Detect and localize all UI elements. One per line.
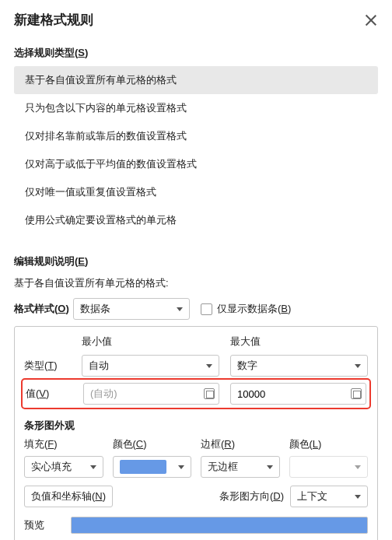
color2-select[interactable] bbox=[289, 456, 369, 478]
fill-label: 填充(F) bbox=[24, 437, 103, 451]
show-bar-only-checkbox[interactable] bbox=[201, 303, 212, 315]
show-bar-only-label[interactable]: 仅显示数据条(B) bbox=[217, 302, 291, 316]
border-label: 边框(R) bbox=[201, 437, 280, 451]
neg-axis-button[interactable]: 负值和坐标轴(N) bbox=[24, 486, 113, 507]
rule-type-list: 基于各自值设置所有单元格的格式 只为包含以下内容的单元格设置格式 仅对排名靠前或… bbox=[14, 66, 378, 234]
select-rule-type-label: 选择规则类型(S) bbox=[14, 46, 378, 60]
format-style-row: 格式样式(O) 数据条 仅显示数据条(B) bbox=[14, 298, 378, 320]
color1-select[interactable] bbox=[113, 456, 192, 478]
minmax-panel: 最小值 最大值 类型(T) 自动 数字 值(V) bbox=[14, 326, 378, 540]
min-type-select[interactable]: 自动 bbox=[82, 355, 219, 377]
rule-type-item[interactable]: 仅对高于或低于平均值的数值设置格式 bbox=[14, 150, 378, 178]
value-label: 值(V) bbox=[26, 387, 72, 401]
bar-appearance-header: 条形图外观 bbox=[24, 419, 368, 433]
type-label: 类型(T) bbox=[24, 359, 71, 373]
max-value-input[interactable] bbox=[230, 383, 366, 405]
preview-bar bbox=[71, 517, 368, 534]
preview-row: 预览 bbox=[24, 517, 368, 534]
preview-label: 预览 bbox=[24, 518, 71, 532]
chevron-down-icon bbox=[355, 495, 361, 499]
chevron-down-icon bbox=[355, 364, 361, 368]
chevron-down-icon bbox=[267, 465, 273, 469]
direction-select[interactable]: 上下文 bbox=[290, 486, 368, 507]
edit-rule-desc-label: 编辑规则说明(E) bbox=[14, 254, 378, 268]
min-value-wrap bbox=[83, 383, 219, 405]
border-select[interactable]: 无边框 bbox=[201, 456, 280, 478]
format-style-label: 格式样式(O) bbox=[14, 302, 73, 316]
min-header: 最小值 bbox=[82, 335, 219, 349]
min-value-input[interactable] bbox=[83, 383, 219, 405]
chevron-down-icon bbox=[177, 307, 183, 311]
range-picker-icon[interactable] bbox=[351, 388, 362, 399]
close-icon[interactable] bbox=[364, 13, 378, 27]
format-style-select[interactable]: 数据条 bbox=[73, 298, 190, 320]
chevron-down-icon bbox=[355, 465, 361, 469]
chevron-down-icon bbox=[178, 465, 184, 469]
titlebar: 新建格式规则 bbox=[14, 0, 378, 37]
fill-select[interactable]: 实心填充 bbox=[24, 456, 103, 478]
rule-type-item[interactable]: 使用公式确定要设置格式的单元格 bbox=[14, 206, 378, 234]
max-type-select[interactable]: 数字 bbox=[230, 355, 368, 377]
color1-label: 颜色(C) bbox=[113, 437, 192, 451]
rule-type-item[interactable]: 只为包含以下内容的单元格设置格式 bbox=[14, 94, 378, 122]
edit-rule-desc-sub: 基于各自值设置所有单元格的格式: bbox=[14, 276, 378, 290]
chevron-down-icon bbox=[90, 465, 96, 469]
rule-type-item[interactable]: 基于各自值设置所有单元格的格式 bbox=[14, 66, 378, 94]
color-swatch bbox=[120, 460, 166, 474]
value-row-highlight: 值(V) bbox=[21, 378, 371, 409]
max-value-wrap bbox=[230, 383, 366, 405]
max-header: 最大值 bbox=[230, 335, 368, 349]
dialog-root: 新建格式规则 选择规则类型(S) 基于各自值设置所有单元格的格式 只为包含以下内… bbox=[0, 0, 392, 540]
direction-label: 条形图方向(D) bbox=[219, 489, 284, 503]
color2-label: 颜色(L) bbox=[289, 437, 369, 451]
rule-type-item[interactable]: 仅对唯一值或重复值设置格式 bbox=[14, 178, 378, 206]
range-picker-icon[interactable] bbox=[204, 388, 215, 399]
rule-type-item[interactable]: 仅对排名靠前或靠后的数值设置格式 bbox=[14, 122, 378, 150]
dialog-title: 新建格式规则 bbox=[14, 11, 93, 29]
chevron-down-icon bbox=[206, 364, 212, 368]
